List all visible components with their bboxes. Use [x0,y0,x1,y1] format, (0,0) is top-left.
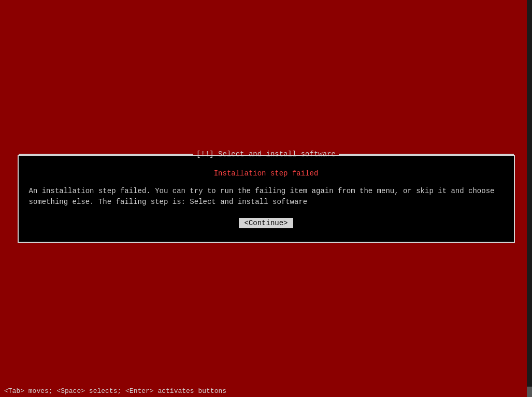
dialog-title: [!!] Select and install software [196,150,336,158]
dialog-box: [!!] Select and install software Install… [18,155,515,243]
dialog-content: Installation step failed An installation… [19,159,514,242]
scrollbar-thumb[interactable] [527,387,532,397]
scrollbar[interactable] [527,0,532,397]
status-text: <Tab> moves; <Space> selects; <Enter> ac… [4,387,226,395]
title-line-left [19,154,194,155]
button-row: <Continue> [29,218,504,228]
continue-button[interactable]: <Continue> [239,218,293,228]
dialog-title-bar: [!!] Select and install software [19,150,514,158]
status-bar: <Tab> moves; <Space> selects; <Enter> ac… [0,385,532,397]
error-title: Installation step failed [29,169,504,178]
error-message: An installation step failed. You can try… [29,186,504,208]
screen: [!!] Select and install software Install… [0,0,532,397]
title-line-right [339,154,514,155]
